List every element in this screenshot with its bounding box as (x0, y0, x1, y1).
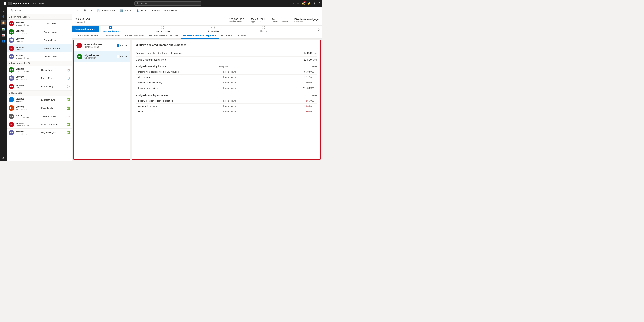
loan-type: Mortgage (16, 100, 40, 102)
loan-number: #819342 (16, 122, 40, 125)
refresh-button[interactable]: 🔄 Refresh (118, 8, 134, 13)
expense-item-label: Rent (138, 110, 223, 113)
assign-button[interactable]: 👤 Assign (134, 8, 148, 13)
loan-item[interactable]: BS #561900 Unsecured loan Brandon Stuart… (7, 112, 72, 120)
help-icon[interactable]: ? (318, 2, 320, 5)
verified-checkbox[interactable]: ✓ (116, 44, 119, 47)
loan-item[interactable]: MT #770123 Mortgage Monica Thomson (7, 44, 72, 52)
loan-item[interactable]: MR #198364 Unsecured loan Miguel Reyes (7, 20, 72, 28)
loan-info: #197630 Secured loan (16, 76, 40, 80)
avatar: BS (9, 114, 14, 119)
notifications-icon[interactable]: 🔔 1 (301, 2, 305, 5)
verified-checkbox[interactable] (116, 55, 119, 58)
sidenav-groups[interactable]: 👥 (1, 38, 6, 44)
expenses-section-title: Miguel'sMonthly expenses (138, 94, 216, 97)
left-search-input[interactable] (14, 9, 68, 12)
tab-activities[interactable]: Activities (235, 32, 249, 38)
loan-type: Mortgage (16, 49, 42, 51)
record-number: #770123 (76, 17, 90, 21)
income-row: Child support Lorem ipsum 2,122 USD (136, 75, 317, 80)
step-label-closure: Closure (260, 30, 267, 32)
applicant-row[interactable]: MR Miguel Reyes Co-borrower Verified (74, 51, 130, 62)
loan-group-header[interactable]: ∨ Closure (5) (7, 90, 72, 96)
back-button[interactable]: ← (75, 8, 81, 13)
global-search-box[interactable]: 🔍 Search (134, 1, 202, 6)
process-step-closure: Closure (260, 26, 312, 32)
sidenav-settings[interactable]: ⚙ (1, 156, 6, 161)
share-icon: ↗ (151, 10, 153, 12)
step-circle-closure (262, 26, 265, 29)
loan-item[interactable]: EI #112391 Mortgage Elizabeth Irwin ✅ (7, 96, 72, 104)
applicant-row[interactable]: MT Monica Thomson Primary applicant ✓ Ve… (74, 40, 130, 51)
applicant-name: Miguel Reyes (84, 54, 114, 57)
sidenav-loans[interactable]: 📋 (1, 20, 6, 26)
save-button[interactable]: 💾 Save (82, 8, 94, 13)
sidenav-analytics[interactable]: 📈 (1, 32, 6, 38)
left-search-box[interactable]: 🔍 (9, 8, 70, 13)
loan-type: Unsecured loan (16, 70, 40, 72)
verified-label: Verified (120, 44, 128, 47)
loan-item[interactable]: KL #997261 Secured loan Kayla Lewis ✅ (7, 104, 72, 112)
loan-person: Monica Thomson (44, 47, 70, 50)
more-button[interactable]: ... (182, 8, 188, 13)
sidenav-reports[interactable]: 📊 (1, 26, 6, 32)
loan-number: #561900 (16, 114, 40, 116)
loan-item[interactable]: HR #728940 Unsecured loan Hayden Reyes (7, 52, 72, 61)
expenses-chevron-icon[interactable]: ∨ (136, 94, 137, 96)
tab-application-snapshot[interactable]: Application snapshot (76, 32, 101, 38)
loan-item[interactable]: HR #600078 Secured loan Hayden Reyes ✅ (7, 129, 72, 137)
loan-item[interactable]: RG #829263 Mortgage Rowan Gray 🕐 (7, 82, 72, 90)
plus-icon[interactable]: + (297, 2, 299, 5)
avatar: HR (9, 130, 14, 135)
record-meta: 120,000 USD Principal amount May 5, 2021… (229, 18, 319, 23)
loan-item[interactable]: SM #197765 Mortgage Serena Morris (7, 36, 72, 44)
loan-info: #770123 Mortgage (16, 46, 42, 51)
loan-item[interactable]: PR #197630 Secured loan Parker Reyes 🕐 (7, 74, 72, 82)
step-label-processing: Loan processing (155, 30, 170, 32)
applicant-name: Monica Thomson (84, 43, 114, 46)
filter-icon[interactable]: ⚡ (308, 2, 311, 5)
income-desc-col-header: Description (218, 65, 296, 68)
app-menu-button[interactable] (2, 1, 6, 5)
income-item-value: 1,600 USD (294, 81, 314, 84)
step-verification-container: Loan verification (102, 26, 118, 32)
topbar-icons: ✓ + 🔔 1 ⚡ ⚙ ? (292, 2, 320, 5)
loan-number: #997261 (16, 106, 40, 108)
loan-number: #198364 (16, 22, 42, 24)
search-icon: 🔍 (136, 2, 139, 5)
sidenav-contacts[interactable]: 👤 (1, 14, 6, 20)
error-icon: ⊗ (68, 115, 70, 118)
loan-type: Secured loan (16, 108, 40, 110)
meta-loan-type: Fixed-rate mortgage Loan type (294, 18, 319, 23)
loan-group-header[interactable]: ∨ Loan processing (3) (7, 61, 72, 66)
loan-term-label: Loan term (months) (272, 21, 288, 23)
tab-declared-income-and-expenses[interactable]: Declared income and expenses (180, 32, 218, 38)
email-link-button[interactable]: ✉ Email a Link (162, 8, 181, 13)
income-chevron-icon[interactable]: ∨ (136, 65, 137, 68)
loan-item[interactable]: MT #819342 Unsecured loan Monica Thomson… (7, 120, 72, 129)
sidenav-home[interactable]: ⌂ (1, 8, 6, 14)
email-icon: ✉ (164, 10, 166, 12)
loan-item[interactable]: CG #982221 Unsecured loan Corey Gray 🕐 (7, 66, 72, 74)
settings-icon[interactable]: ⚙ (314, 2, 316, 5)
check-circle-icon: ✅ (66, 98, 70, 102)
loan-list: ∨ Loan verification (5) MR #198364 Unsec… (7, 14, 72, 161)
check-circle-icon[interactable]: ✓ (292, 2, 294, 5)
share-button[interactable]: ↗ Share (149, 8, 162, 13)
income-row: Income from sources not already included… (136, 69, 317, 75)
tab-loan-information[interactable]: Loan information (101, 32, 122, 38)
step-label-underwriting: Underwriting (208, 30, 219, 32)
principal-value: 120,000 USD (229, 18, 244, 21)
loan-number: #770123 (16, 46, 42, 49)
loan-item[interactable]: AL #106728 Secured loan Adrian Lawson (7, 28, 72, 36)
process-tab-loan-application[interactable]: Loan application ❮ (72, 26, 99, 32)
loan-group-header[interactable]: ∨ Loan verification (5) (7, 14, 72, 20)
process-next-button[interactable]: ❯ (316, 27, 322, 30)
tab-declared-assets-and-liabilities[interactable]: Declared assets and liabilities (146, 32, 180, 38)
tab-documents[interactable]: Documents (218, 32, 235, 38)
tab-parties-information[interactable]: Parties' information (122, 32, 146, 38)
cancel-archive-button[interactable]: 📄 Cancel/Archive (95, 8, 118, 13)
combined-balance-row: Combined monthly net balance - all borro… (136, 50, 317, 56)
miguel-balance-label: Miguel's monthly net balance (136, 58, 166, 61)
expense-item-label: Automobile insurance (138, 105, 223, 108)
